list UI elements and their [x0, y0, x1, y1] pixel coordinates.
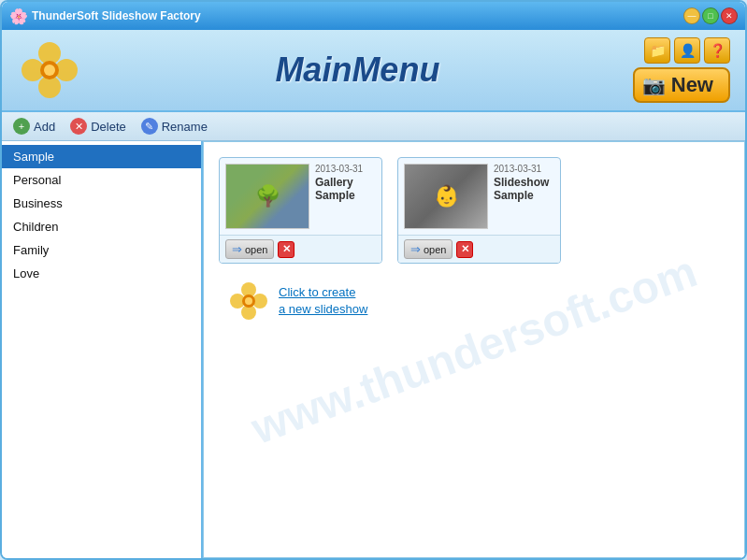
close-button[interactable]: ✕: [721, 7, 738, 24]
new-button[interactable]: 📷 New: [633, 67, 730, 103]
sidebar-item-family[interactable]: Family: [2, 238, 201, 262]
project-card-inner: 🌳 2013-03-31 GallerySample: [220, 158, 381, 235]
open-button-2[interactable]: ⇒ open: [404, 239, 453, 259]
new-button-icon: 📷: [642, 74, 666, 96]
add-icon: +: [13, 118, 30, 135]
project-name-2: SlideshowSample: [494, 176, 554, 202]
add-button[interactable]: + Add: [13, 118, 55, 135]
content-area: www.thundersoft.com 🌳 2013-03-31 Gallery…: [203, 141, 745, 558]
sidebar-item-personal[interactable]: Personal: [2, 168, 201, 192]
title-bar: 🌸 ThunderSoft Slideshow Factory — □ ✕: [2, 2, 745, 30]
open-label-1: open: [245, 244, 267, 255]
add-label: Add: [34, 120, 55, 134]
sidebar-item-love[interactable]: Love: [2, 262, 201, 285]
window-controls: — □ ✕: [683, 7, 738, 24]
header: MainMenu 📁 👤 ❓ 📷 New: [2, 30, 745, 112]
new-slideshow-line1: Click to create: [279, 285, 355, 299]
project-thumbnail-gallery: 🌳: [225, 164, 309, 229]
open-icon-1: ⇒: [232, 242, 242, 256]
project-date-2: 2013-03-31: [494, 164, 554, 174]
window-title: ThunderSoft Slideshow Factory: [32, 9, 683, 22]
delete-project-button-1[interactable]: ✕: [278, 241, 294, 258]
sidebar: Sample Personal Business Children Family…: [2, 141, 203, 558]
rename-button[interactable]: ✎ Rename: [141, 118, 208, 135]
rename-label: Rename: [162, 120, 208, 134]
header-actions: 📁 👤 ❓ 📷 New: [633, 37, 730, 103]
help-icon-button[interactable]: ❓: [704, 37, 730, 64]
app-logo: [17, 37, 82, 103]
main-window: 🌸 ThunderSoft Slideshow Factory — □ ✕ Ma…: [0, 0, 747, 560]
delete-icon: ✕: [70, 118, 87, 135]
sidebar-item-children[interactable]: Children: [2, 215, 201, 238]
minimize-button[interactable]: —: [683, 7, 700, 24]
open-icon-2: ⇒: [410, 242, 421, 256]
main-content: Sample Personal Business Children Family…: [2, 141, 745, 558]
delete-label: Delete: [91, 120, 126, 134]
project-card-inner-2: 👶 2013-03-31 SlideshowSample: [398, 158, 560, 235]
project-date-1: 2013-03-31: [315, 164, 376, 174]
page-title: MainMenu: [82, 50, 633, 90]
sidebar-item-sample[interactable]: Sample: [2, 145, 201, 168]
user-icon-button[interactable]: 👤: [674, 37, 700, 64]
header-icon-group: 📁 👤 ❓: [644, 37, 730, 64]
project-footer-2: ⇒ open ✕: [398, 235, 560, 263]
folder-icon-button[interactable]: 📁: [644, 37, 670, 64]
new-slideshow-card[interactable]: Click to create a new slideshow: [219, 271, 729, 331]
svg-point-5: [44, 65, 55, 76]
rename-icon: ✎: [141, 118, 158, 135]
delete-project-button-2[interactable]: ✕: [456, 241, 473, 258]
project-footer-1: ⇒ open ✕: [220, 235, 381, 263]
new-slideshow-icon: [228, 280, 269, 322]
project-name-1: GallerySample: [315, 176, 376, 202]
svg-point-11: [245, 297, 252, 305]
sidebar-item-business[interactable]: Business: [2, 192, 201, 215]
project-thumbnail-slideshow: 👶: [404, 164, 488, 229]
app-icon: 🌸: [9, 7, 26, 24]
projects-grid: 🌳 2013-03-31 GallerySample ⇒ open ✕: [219, 157, 729, 264]
open-label-2: open: [424, 244, 446, 255]
new-slideshow-text: Click to create a new slideshow: [279, 284, 367, 318]
open-button-1[interactable]: ⇒ open: [225, 239, 274, 259]
project-card-slideshow: 👶 2013-03-31 SlideshowSample ⇒ open ✕: [397, 157, 561, 264]
toolbar: + Add ✕ Delete ✎ Rename: [2, 112, 745, 141]
new-button-label: New: [671, 73, 713, 97]
maximize-button[interactable]: □: [702, 7, 719, 24]
project-info-slideshow: 2013-03-31 SlideshowSample: [494, 164, 554, 229]
delete-button[interactable]: ✕ Delete: [70, 118, 126, 135]
new-slideshow-line2: a new slideshow: [279, 302, 367, 316]
project-info-gallery: 2013-03-31 GallerySample: [315, 164, 376, 229]
project-card-gallery: 🌳 2013-03-31 GallerySample ⇒ open ✕: [219, 157, 382, 264]
